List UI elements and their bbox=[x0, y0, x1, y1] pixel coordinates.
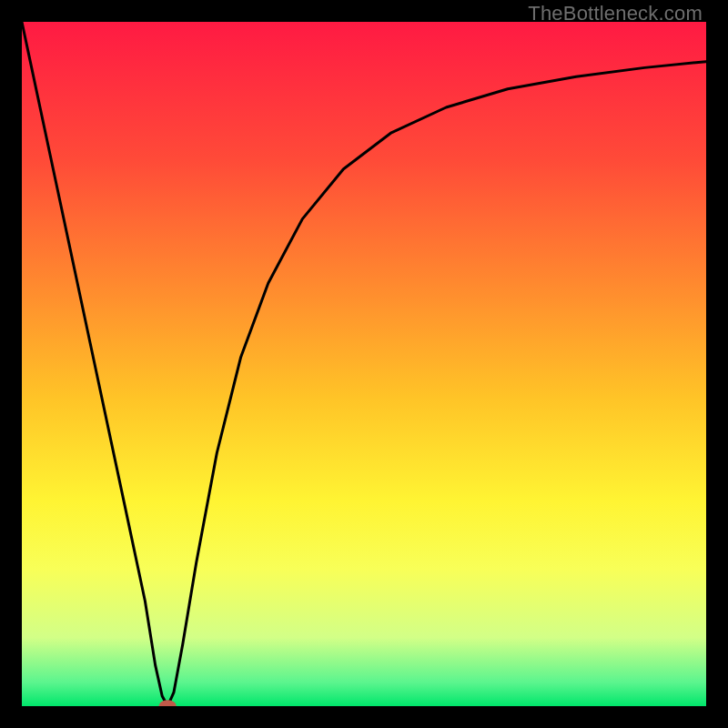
watermark-text: TheBottleneck.com bbox=[528, 2, 703, 25]
bottleneck-chart bbox=[22, 22, 706, 706]
chart-background bbox=[22, 22, 706, 706]
chart-frame bbox=[22, 22, 706, 706]
